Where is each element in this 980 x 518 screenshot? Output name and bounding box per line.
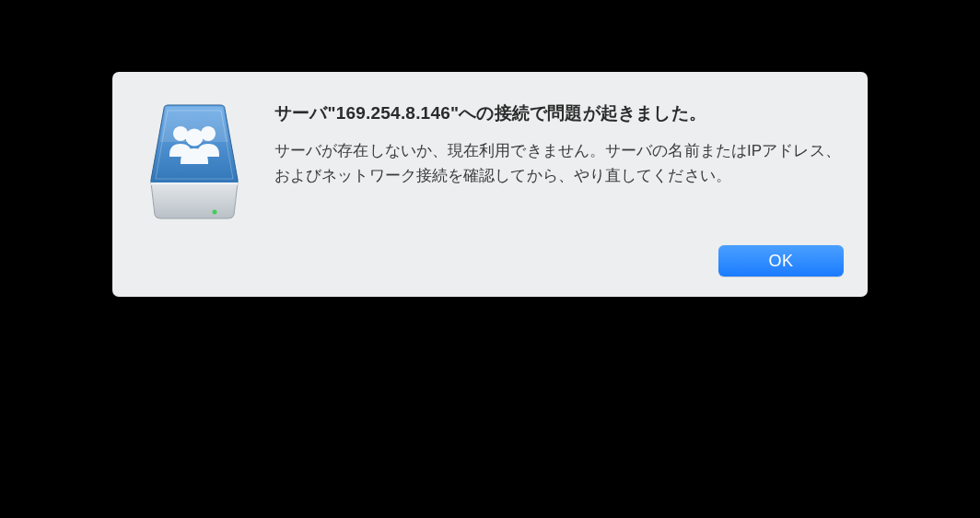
dialog-body: サーバ"169.254.8.146"への接続で問題が起きました。 サーバが存在し… xyxy=(140,96,844,225)
dialog-content: サーバ"169.254.8.146"への接続で問題が起きました。 サーバが存在し… xyxy=(274,96,844,189)
svg-point-3 xyxy=(186,129,204,147)
connection-error-dialog: サーバ"169.254.8.146"への接続で問題が起きました。 サーバが存在し… xyxy=(112,72,868,297)
svg-point-1 xyxy=(173,126,188,141)
dialog-icon-wrap xyxy=(140,96,249,225)
dialog-button-row: OK xyxy=(140,245,844,277)
svg-point-0 xyxy=(213,210,217,215)
dialog-title: サーバ"169.254.8.146"への接続で問題が起きました。 xyxy=(274,100,844,126)
ok-button[interactable]: OK xyxy=(718,245,844,277)
svg-rect-4 xyxy=(151,182,238,185)
network-drive-icon xyxy=(144,101,245,225)
svg-point-2 xyxy=(201,126,216,141)
dialog-message: サーバが存在しないか、現在利用できません。サーバの名前またはIPアドレス、および… xyxy=(274,139,844,189)
